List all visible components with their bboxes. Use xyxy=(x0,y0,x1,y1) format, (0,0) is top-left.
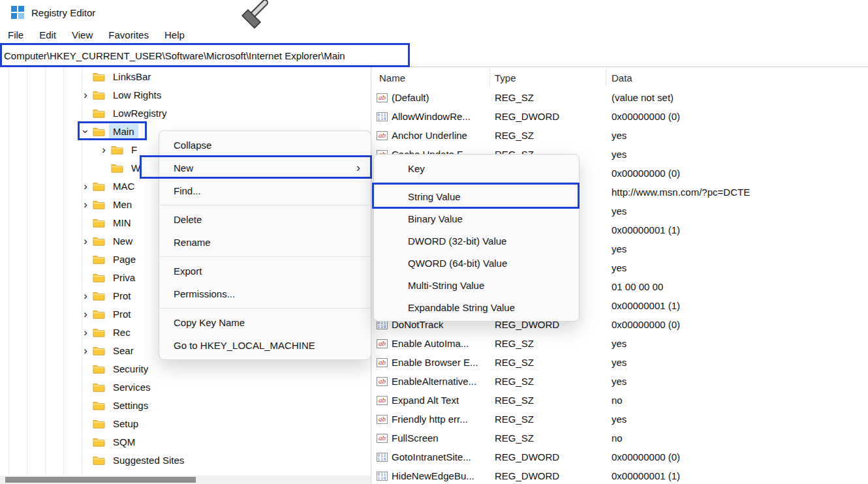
window-title: Registry Editor xyxy=(31,7,95,18)
chevron-icon[interactable]: › xyxy=(80,309,91,320)
folder-icon xyxy=(111,145,123,155)
registry-value-row[interactable]: ab Friendly http err... REG_SZ yes xyxy=(371,410,868,429)
registry-value-row[interactable]: ab Anchor Underline REG_SZ yes xyxy=(371,126,868,145)
value-name: GotoIntranetSite... xyxy=(392,451,471,462)
context-menu-item[interactable]: Find... xyxy=(159,179,371,202)
value-data: yes xyxy=(606,357,868,368)
tree-item[interactable]: › Security xyxy=(0,359,371,378)
menu-item-label: Collapse xyxy=(174,140,211,151)
chevron-icon[interactable]: › xyxy=(80,181,91,192)
registry-value-row[interactable]: ab Expand Alt Text REG_SZ no xyxy=(371,391,868,410)
value-name-cell: ab Anchor Underline xyxy=(371,130,489,141)
menubar-item[interactable]: View xyxy=(64,27,101,43)
tree-item[interactable]: › LinksBar xyxy=(0,67,371,85)
tree-item[interactable]: › SQM xyxy=(0,432,371,451)
folder-icon xyxy=(93,419,105,429)
registry-value-row[interactable]: ab Enable Browser E... REG_SZ yes xyxy=(371,353,868,372)
context-menu-item[interactable]: Delete xyxy=(159,208,371,231)
tree-horizontal-scrollbar[interactable] xyxy=(0,476,371,484)
menu-item-label: Export xyxy=(174,265,202,277)
address-bar[interactable]: Computer\HKEY_CURRENT_USER\Software\Micr… xyxy=(0,44,868,67)
registry-value-row[interactable]: 011 110 HideNewEdgeBu... REG_DWORD 0x000… xyxy=(371,466,868,484)
context-menu-item[interactable]: Permissions... xyxy=(159,282,371,305)
value-type: REG_SZ xyxy=(489,338,606,349)
tree-item[interactable]: › Settings xyxy=(0,396,371,414)
submenu-item-label: Binary Value xyxy=(408,213,463,224)
chevron-icon[interactable]: › xyxy=(80,345,91,356)
column-header-data[interactable]: Data xyxy=(606,72,868,83)
folder-icon xyxy=(93,90,105,100)
column-header-type[interactable]: Type xyxy=(489,72,606,83)
value-data: no xyxy=(606,432,868,444)
menu-separator xyxy=(160,205,370,205)
submenu-item[interactable]: QWORD (64-bit) Value xyxy=(374,252,579,274)
value-name: FullScreen xyxy=(392,432,439,444)
chevron-icon[interactable]: › xyxy=(80,89,91,100)
chevron-icon[interactable]: › xyxy=(80,327,91,338)
context-menu-item[interactable]: New › xyxy=(159,157,371,179)
column-separator[interactable] xyxy=(489,69,490,86)
values-header: Name Type Data xyxy=(371,67,868,88)
value-name: Expand Alt Text xyxy=(392,395,459,406)
value-name: AllowWindowRe... xyxy=(392,111,471,122)
column-header-name[interactable]: Name xyxy=(371,72,489,83)
submenu-item[interactable]: Multi-String Value xyxy=(374,274,579,296)
chevron-icon[interactable]: › xyxy=(98,144,110,155)
registry-value-row[interactable]: ab FullScreen REG_SZ no xyxy=(371,429,868,447)
registry-value-row[interactable]: ab (Default) REG_SZ (value not set) xyxy=(371,88,868,107)
menubar-item[interactable]: Favorites xyxy=(101,27,157,43)
menubar-item[interactable]: File xyxy=(0,27,31,43)
value-data: yes xyxy=(606,338,868,349)
menu-item-label: Find... xyxy=(174,185,201,196)
context-menu-item[interactable]: Rename xyxy=(159,231,371,254)
context-menu-item[interactable]: Copy Key Name xyxy=(159,311,371,334)
value-data: 0x00000001 (1) xyxy=(606,300,868,311)
value-data: 0x00000001 (1) xyxy=(606,470,868,481)
context-menu-item[interactable]: Go to HKEY_LOCAL_MACHINE xyxy=(159,334,371,357)
tree-item[interactable]: › Services xyxy=(0,378,371,396)
context-menu-item[interactable]: Collapse xyxy=(159,134,371,157)
context-menu-item[interactable]: Export xyxy=(159,260,371,282)
value-data: 0x00000001 (1) xyxy=(606,224,868,235)
tree-item[interactable]: › Low Rights xyxy=(0,85,371,104)
tree-item-label: Rec xyxy=(109,325,134,340)
registry-value-row[interactable]: 011 110 GotoIntranetSite... REG_DWORD 0x… xyxy=(371,447,868,466)
address-bar-input[interactable]: Computer\HKEY_CURRENT_USER\Software\Micr… xyxy=(4,50,345,61)
submenu-item[interactable]: Key xyxy=(374,157,579,179)
value-data: (value not set) xyxy=(606,92,868,103)
scrollbar-thumb[interactable] xyxy=(5,477,196,483)
chevron-icon[interactable]: › xyxy=(80,235,91,247)
tree-item[interactable]: › Setup xyxy=(0,414,371,432)
submenu-item[interactable]: Binary Value xyxy=(374,207,579,230)
value-name-cell: 011 110 HideNewEdgeBu... xyxy=(371,470,489,481)
menubar-item[interactable]: Help xyxy=(157,27,193,43)
submenu-item[interactable]: String Value xyxy=(374,185,579,207)
value-type: REG_DWORD xyxy=(489,111,606,122)
submenu-item[interactable]: Expandable String Value xyxy=(374,296,579,318)
value-name-cell: ab Expand Alt Text xyxy=(371,395,489,406)
chevron-icon[interactable]: › xyxy=(80,290,91,301)
chevron-icon[interactable]: › xyxy=(80,199,91,210)
value-name-cell: ab Enable AutoIma... xyxy=(371,338,489,349)
tree-item-label: Main xyxy=(109,124,138,139)
registry-value-row[interactable]: ab EnableAlternative... REG_SZ yes xyxy=(371,372,868,391)
chevron-icon[interactable]: › xyxy=(80,125,91,137)
folder-icon xyxy=(93,218,105,228)
tree-item-label: SQM xyxy=(109,434,139,449)
registry-value-row[interactable]: ab Enable AutoIma... REG_SZ yes xyxy=(371,334,868,353)
value-type: REG_SZ xyxy=(489,357,606,368)
menubar-item[interactable]: Edit xyxy=(31,27,64,43)
column-separator[interactable] xyxy=(606,69,606,86)
submenu-item-label: QWORD (64-bit) Value xyxy=(408,258,507,269)
submenu-item[interactable]: DWORD (32-bit) Value xyxy=(374,230,579,252)
value-name-cell: ab (Default) xyxy=(371,92,489,103)
value-type: REG_SZ xyxy=(489,432,606,444)
value-type: REG_DWORD xyxy=(489,470,606,481)
tree-item-label: W xyxy=(127,160,144,175)
tree-item[interactable]: › LowRegistry xyxy=(0,104,371,122)
folder-icon xyxy=(93,108,105,118)
registry-value-row[interactable]: 011 110 AllowWindowRe... REG_DWORD 0x000… xyxy=(371,107,868,126)
reg-sz-icon: ab xyxy=(377,415,388,424)
folder-icon xyxy=(93,291,105,301)
tree-item[interactable]: › Suggested Sites xyxy=(0,451,371,469)
